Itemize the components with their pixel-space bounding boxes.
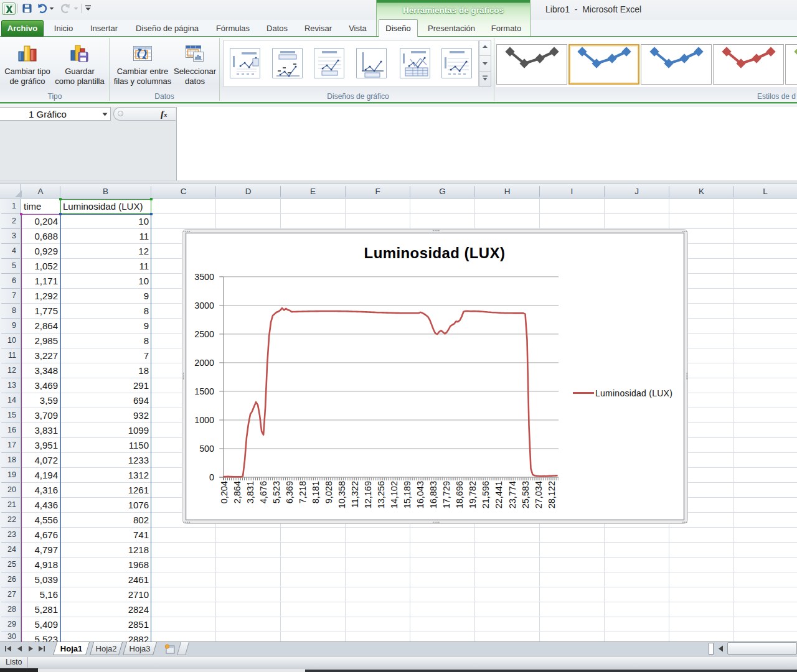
svg-text:17,729: 17,729 [441,481,451,508]
svg-text:23,774: 23,774 [507,481,517,508]
svg-text:0,204: 0,204 [219,481,229,503]
svg-text:3000: 3000 [194,301,214,310]
svg-text:18,696: 18,696 [455,481,465,508]
svg-text:5,523: 5,523 [271,481,281,503]
svg-text:11,322: 11,322 [350,481,360,508]
svg-text:3,831: 3,831 [245,481,255,503]
svg-text:10,358: 10,358 [337,481,347,508]
svg-text:Luminosidad (LUX): Luminosidad (LUX) [364,245,506,261]
svg-text:6,369: 6,369 [285,481,295,503]
svg-text:2,864: 2,864 [232,481,242,503]
svg-text:500: 500 [199,444,214,454]
svg-text:3500: 3500 [194,272,214,282]
svg-text:28,122: 28,122 [547,481,557,508]
svg-text:25,583: 25,583 [521,481,531,508]
svg-text:2000: 2000 [194,358,214,368]
svg-text:21,596: 21,596 [481,481,491,508]
svg-text:16,043: 16,043 [415,481,425,508]
svg-text:16,883: 16,883 [428,481,438,508]
svg-text:4,676: 4,676 [258,481,268,503]
svg-text:12,169: 12,169 [363,481,373,508]
svg-text:15,189: 15,189 [402,481,412,508]
svg-text:2500: 2500 [194,329,214,339]
svg-text:1000: 1000 [194,415,214,425]
svg-text:13,256: 13,256 [376,481,386,508]
svg-text:14,102: 14,102 [389,481,399,508]
svg-text:22,441: 22,441 [494,481,504,508]
svg-text:27,034: 27,034 [534,481,544,508]
svg-text:9,028: 9,028 [324,481,334,503]
svg-text:Luminosidad (LUX): Luminosidad (LUX) [595,388,672,398]
svg-text:0: 0 [209,472,214,482]
svg-text:8,181: 8,181 [311,481,321,503]
svg-text:7,218: 7,218 [298,481,308,503]
svg-text:1500: 1500 [194,386,214,396]
svg-text:19,782: 19,782 [468,481,478,508]
